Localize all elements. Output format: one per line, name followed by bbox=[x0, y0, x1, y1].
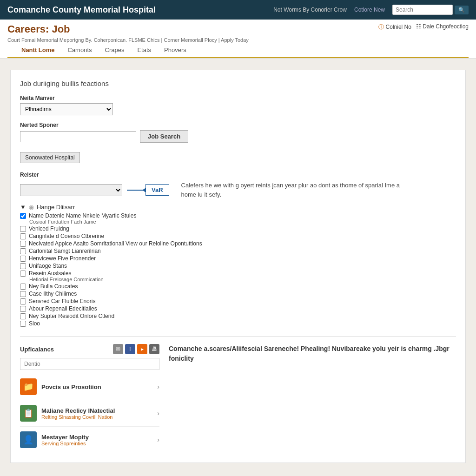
tab-camonts[interactable]: Camonts bbox=[61, 43, 99, 58]
action-links: ⓘ Colniel No ☷ Daie Chgofeoctiog bbox=[378, 23, 469, 31]
top-link-label[interactable]: Cotlore New bbox=[354, 7, 385, 13]
promo-title: Comanche a.scares/Aliifescial Sareneche!… bbox=[169, 344, 456, 364]
name-filter-select[interactable]: Plhnadirns Option 2 bbox=[20, 103, 113, 115]
list-sub-2: Relting Slnassing Covrill Nation bbox=[41, 414, 152, 420]
group-label: Hange Dliisarr bbox=[37, 204, 75, 211]
checkbox-item-4: Necivated Applce Asaito Somritationali V… bbox=[20, 240, 456, 247]
callout-label: VaR bbox=[145, 184, 169, 196]
check-2[interactable] bbox=[20, 226, 26, 232]
list-title-1: Povcis us Prosotiion bbox=[41, 383, 152, 390]
check-label-2: Veniced Fruidng bbox=[29, 225, 69, 232]
action-link-2[interactable]: ☷ Daie Chgofeoctiog bbox=[416, 23, 469, 31]
checkbox-item-6: Henvicewe Five Pronender bbox=[20, 255, 456, 262]
sidebar-search-input[interactable] bbox=[20, 358, 159, 370]
tab-nantt-lome[interactable]: Nantt Lome bbox=[15, 43, 61, 58]
list-item-1[interactable]: 📁 Povcis us Prosotiion › bbox=[20, 374, 159, 400]
check-12[interactable] bbox=[20, 306, 26, 312]
name-filter-section: Neita Manver Plhnadirns Option 2 bbox=[20, 95, 456, 115]
check-14[interactable] bbox=[20, 321, 26, 327]
check-5[interactable] bbox=[20, 248, 26, 254]
check-label-8: Resein Auslsales bbox=[29, 270, 71, 277]
check-label-5: Carlonital Samgt Lianrerilrian bbox=[29, 248, 101, 254]
chevron-right-icon-3: › bbox=[157, 436, 159, 443]
checkbox-list: ▼ ◉ Hange Dliisarr Name Datenie Name Nnk… bbox=[20, 204, 456, 327]
section-title: Job duriiging buillis feactions bbox=[20, 79, 456, 87]
check-3[interactable] bbox=[20, 233, 26, 239]
tab-crapes[interactable]: Crapes bbox=[99, 43, 131, 58]
header-right: Not Worms By Conorier Crow Cotlore New 🔍 bbox=[273, 5, 469, 15]
checkbox-item-7: Unifaoge Stans bbox=[20, 263, 456, 269]
list-text-2: Maliane Reclicy INatectial Relting Slnas… bbox=[41, 407, 152, 420]
filter-select-row: VaR Calefers he we with g oyert reints j… bbox=[20, 181, 456, 199]
list-item-3[interactable]: 👤 Mestayer Mopity Serving Sopreinties › bbox=[20, 427, 159, 453]
check-13[interactable] bbox=[20, 313, 26, 319]
header-search-input[interactable] bbox=[392, 5, 453, 15]
check-label-10: Case Ilthy Chliirnes bbox=[29, 291, 77, 297]
list-icon-1: 📁 bbox=[20, 378, 37, 395]
keyword-section: Nerted Sponer Job Search bbox=[20, 122, 456, 143]
list-text-3: Mestayer Mopity Serving Sopreinties bbox=[41, 434, 152, 446]
site-header: Comanche County Memorial Hospital Not Wo… bbox=[0, 0, 476, 20]
list-item-2[interactable]: 📋 Maliane Reclicy INatectial Relting Sln… bbox=[20, 400, 159, 427]
filter-select[interactable] bbox=[20, 184, 122, 196]
grid-icon: ☷ bbox=[416, 23, 421, 30]
check-11[interactable] bbox=[20, 298, 26, 304]
print-icon[interactable]: 🖶 bbox=[149, 344, 159, 354]
breadcrumb: Court Fomai Memorial Meportgng By. Coher… bbox=[7, 37, 249, 43]
keyword-input[interactable] bbox=[20, 131, 136, 142]
check-label-11: Senvred Car Fluible Enoris bbox=[29, 298, 95, 304]
check-6[interactable] bbox=[20, 256, 26, 262]
list-icon-3: 👤 bbox=[20, 431, 37, 448]
checkbox-item-11: Senvred Car Fluible Enoris bbox=[20, 298, 456, 304]
checkbox-item-12: Abour Repenall Edecltialies bbox=[20, 305, 456, 312]
name-filter-label: Neita Manver bbox=[20, 95, 456, 101]
facebook-icon[interactable]: f bbox=[125, 344, 135, 354]
page-title: Careers: Job bbox=[7, 23, 249, 35]
checkbox-item-2: Veniced Fruidng bbox=[20, 225, 456, 232]
top-link[interactable]: Cotlore New bbox=[354, 7, 385, 13]
filter-section: Relster VaR Calefers he we with g oyert … bbox=[20, 172, 456, 327]
tab-phovers[interactable]: Phovers bbox=[158, 43, 193, 58]
action-link-1[interactable]: ⓘ Colniel No bbox=[378, 23, 411, 31]
check-8[interactable] bbox=[20, 271, 26, 277]
rss-icon[interactable]: ▸ bbox=[137, 344, 147, 354]
caret-down-icon: ▼ bbox=[20, 204, 26, 211]
right-panel: Comanche a.scares/Aliifescial Sareneche!… bbox=[169, 344, 456, 453]
social-icons: ✉ f ▸ 🖶 bbox=[113, 344, 159, 354]
list-title-2: Maliane Reclicy INatectial bbox=[41, 407, 152, 414]
check-9[interactable] bbox=[20, 284, 26, 290]
check-label-14: Sloo bbox=[29, 320, 40, 327]
facility-tag[interactable]: Sonowated Hospital bbox=[20, 152, 80, 163]
check-10[interactable] bbox=[20, 291, 26, 297]
tab-etats[interactable]: Etats bbox=[131, 43, 158, 58]
list-text-1: Povcis us Prosotiion bbox=[41, 383, 152, 390]
callout-arrow bbox=[127, 190, 145, 191]
left-panel: Upficalancs ✉ f ▸ 🖶 📁 Povcis us Prosotii… bbox=[20, 344, 159, 453]
job-search-button[interactable]: Job Search bbox=[140, 130, 188, 143]
check-label-3: Cangnlate d Coenso Ctbrerine bbox=[29, 233, 104, 239]
checkbox-item-13: Ney Supter Resiodit Onlore Ctlend bbox=[20, 313, 456, 319]
email-icon[interactable]: ✉ bbox=[113, 344, 123, 354]
check-7[interactable] bbox=[20, 263, 26, 269]
main-panel: Job duriiging buillis feactions Neita Ma… bbox=[10, 70, 466, 463]
social-row: Upficalancs ✉ f ▸ 🖶 bbox=[20, 344, 159, 354]
radio-icon: ◉ bbox=[29, 204, 34, 211]
info-icon: ⓘ bbox=[378, 24, 384, 30]
check-4[interactable] bbox=[20, 241, 26, 247]
check-1[interactable] bbox=[20, 213, 26, 219]
check-label-13: Ney Supter Resiodit Onlore Ctlend bbox=[29, 313, 114, 319]
group-header[interactable]: ▼ ◉ Hange Dliisarr bbox=[20, 204, 456, 211]
check-sub-1: Cosioal Furdatlen Fach Jame bbox=[29, 219, 456, 225]
chevron-right-icon-2: › bbox=[157, 410, 159, 417]
checkbox-item-8: Resein Auslsales Hetlorial Erelcsage Com… bbox=[20, 270, 456, 282]
site-title: Comanche County Memorial Hospital bbox=[7, 5, 156, 15]
checkbox-item-9: Ney Bulla Coucates bbox=[20, 283, 456, 290]
checkbox-item-10: Case Ilthy Chliirnes bbox=[20, 291, 456, 297]
sidebar-title: Upficalancs bbox=[20, 346, 54, 353]
keyword-row: Job Search bbox=[20, 130, 456, 143]
check-sub-8: Hetlorial Erelcsage Commication bbox=[29, 277, 456, 282]
check-label-4: Necivated Applce Asaito Somritationali V… bbox=[29, 240, 202, 247]
header-search-button[interactable]: 🔍 bbox=[455, 6, 469, 14]
list-title-3: Mestayer Mopity bbox=[41, 434, 152, 441]
checkbox-item-3: Cangnlate d Coenso Ctbrerine bbox=[20, 233, 456, 239]
